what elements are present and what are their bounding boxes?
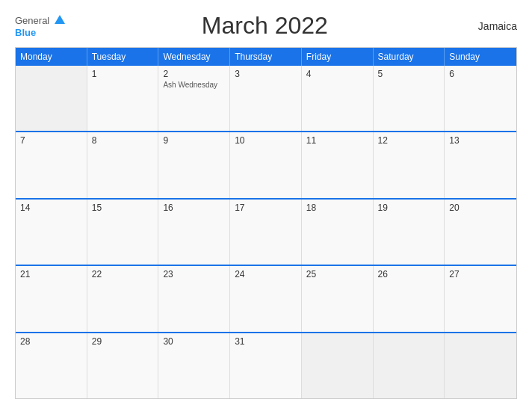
cal-cell: 10 [230, 132, 302, 197]
day-number: 13 [449, 135, 512, 146]
day-number: 23 [163, 269, 225, 279]
cal-cell: 22 [87, 266, 159, 331]
logo: General Blue [15, 14, 65, 38]
day-number: 17 [235, 203, 297, 213]
calendar-week-4: 21222324252627 [16, 265, 516, 331]
cal-cell [302, 333, 374, 398]
country-label: Jamaica [465, 20, 517, 32]
logo-top: General [15, 14, 65, 26]
header: General Blue March 2022 Jamaica [15, 12, 517, 40]
day-number: 14 [20, 203, 82, 213]
cal-cell: 28 [16, 333, 87, 398]
logo-blue-text: Blue [15, 27, 36, 38]
day-number: 29 [92, 336, 154, 347]
day-number: 7 [20, 135, 82, 146]
cal-cell [16, 66, 87, 131]
cal-cell: 8 [87, 132, 159, 197]
cal-cell: 12 [374, 132, 445, 197]
cal-cell: 5 [374, 66, 445, 131]
cal-cell: 17 [230, 200, 302, 265]
header-wednesday: Wednesday [158, 48, 230, 66]
day-number: 12 [378, 135, 440, 146]
logo-general-text: General [15, 15, 49, 26]
calendar-week-5: 28293031 [16, 332, 516, 398]
cal-cell: 20 [445, 200, 516, 265]
day-number: 8 [92, 135, 154, 146]
day-number: 11 [306, 135, 368, 146]
cal-cell: 11 [302, 132, 374, 197]
day-number: 22 [92, 269, 154, 279]
day-number: 31 [235, 336, 297, 347]
cal-cell: 23 [158, 266, 230, 331]
day-number: 30 [163, 336, 225, 347]
cal-cell [374, 333, 445, 398]
day-number: 24 [235, 269, 297, 279]
calendar-week-1: 12Ash Wednesday3456 [16, 66, 516, 131]
cal-cell: 19 [374, 200, 445, 265]
cal-cell: 18 [302, 200, 374, 265]
cal-cell: 21 [16, 266, 87, 331]
day-number: 2 [163, 69, 225, 79]
day-number: 5 [378, 69, 440, 79]
header-tuesday: Tuesday [87, 48, 159, 66]
header-thursday: Thursday [230, 48, 302, 66]
cal-cell: 1 [87, 66, 159, 131]
cal-cell: 25 [302, 266, 374, 331]
day-number: 19 [378, 203, 440, 213]
day-number: 25 [306, 269, 368, 279]
page: General Blue March 2022 Jamaica Monday T… [0, 0, 532, 411]
logo-bottom: Blue [15, 26, 36, 38]
day-number: 1 [92, 69, 154, 79]
cal-cell: 16 [158, 200, 230, 265]
cal-cell: 9 [158, 132, 230, 197]
day-number: 4 [306, 69, 368, 79]
cal-cell: 14 [16, 200, 87, 265]
day-number: 15 [92, 203, 154, 213]
header-friday: Friday [302, 48, 374, 66]
day-number: 9 [163, 135, 225, 146]
day-event: Ash Wednesday [163, 81, 225, 89]
header-sunday: Sunday [445, 48, 516, 66]
calendar-header-row: Monday Tuesday Wednesday Thursday Friday… [16, 48, 516, 66]
day-number: 28 [20, 336, 82, 347]
calendar-title: March 2022 [65, 12, 465, 40]
calendar: Monday Tuesday Wednesday Thursday Friday… [15, 47, 517, 399]
day-number: 10 [235, 135, 297, 146]
cal-cell: 27 [445, 266, 516, 331]
day-number: 18 [306, 203, 368, 213]
day-number: 26 [378, 269, 440, 279]
cal-cell: 13 [445, 132, 516, 197]
header-monday: Monday [16, 48, 87, 66]
cal-cell: 3 [230, 66, 302, 131]
day-number: 20 [449, 203, 512, 213]
cal-cell [445, 333, 516, 398]
day-number: 21 [20, 269, 82, 279]
cal-cell: 24 [230, 266, 302, 331]
day-number: 16 [163, 203, 225, 213]
day-number: 27 [449, 269, 512, 279]
cal-cell: 2Ash Wednesday [158, 66, 230, 131]
logo-triangle-icon [55, 15, 65, 24]
cal-cell: 7 [16, 132, 87, 197]
cal-cell: 6 [445, 66, 516, 131]
cal-cell: 30 [158, 333, 230, 398]
header-saturday: Saturday [374, 48, 445, 66]
calendar-week-3: 14151617181920 [16, 198, 516, 265]
day-number: 3 [235, 69, 297, 79]
cal-cell: 31 [230, 333, 302, 398]
cal-cell: 4 [302, 66, 374, 131]
calendar-body: 12Ash Wednesday3456789101112131415161718… [16, 66, 516, 398]
cal-cell: 26 [374, 266, 445, 331]
day-number: 6 [449, 69, 512, 79]
cal-cell: 15 [87, 200, 159, 265]
calendar-week-2: 78910111213 [16, 131, 516, 197]
cal-cell: 29 [87, 333, 159, 398]
